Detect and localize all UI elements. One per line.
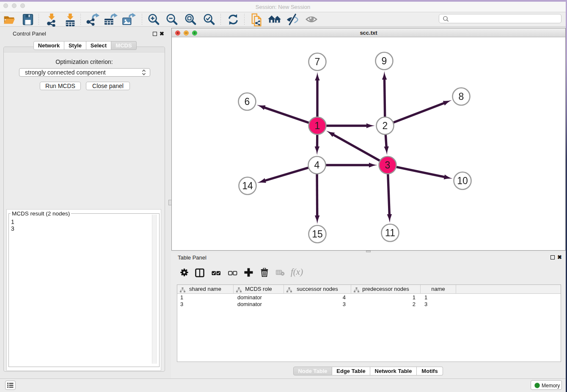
svg-text:11: 11	[385, 227, 395, 238]
svg-text:6: 6	[245, 96, 250, 107]
svg-text:14: 14	[242, 180, 253, 191]
svg-text:2: 2	[383, 120, 388, 131]
svg-text:4: 4	[314, 160, 320, 171]
svg-text:8: 8	[459, 91, 464, 102]
svg-text:9: 9	[382, 55, 387, 66]
svg-text:15: 15	[312, 229, 323, 240]
svg-text:1: 1	[315, 120, 320, 131]
svg-text:7: 7	[315, 56, 320, 67]
svg-text:10: 10	[457, 175, 468, 186]
svg-text:3: 3	[385, 160, 391, 171]
